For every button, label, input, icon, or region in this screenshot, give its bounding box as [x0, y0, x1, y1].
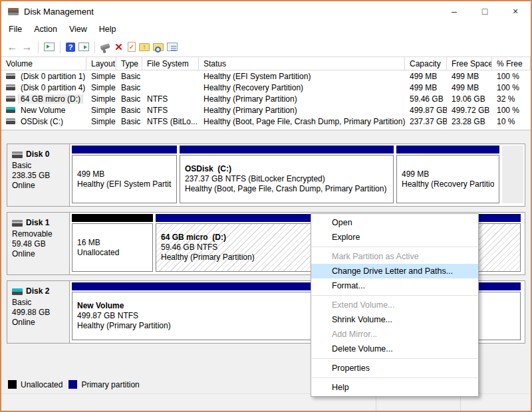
menu-bar: FileActionViewHelp	[1, 21, 531, 37]
pct-free-cell: 100 %	[492, 72, 531, 81]
partition-body[interactable]: 499 MBHealthy (Recovery Partition)	[396, 155, 499, 203]
pct-free-cell: 10 %	[492, 117, 531, 126]
volume-icon	[6, 73, 15, 79]
legend-swatch	[8, 380, 17, 389]
table-row[interactable]: OSDisk (C:)SimpleBasicNTFS (BitLo...Heal…	[1, 116, 531, 127]
partition[interactable]: 16 MBUnallocated	[72, 214, 153, 272]
legend-swatch	[68, 380, 77, 389]
check-document-icon[interactable]: ✓	[128, 42, 136, 52]
disk-partitions: 499 MBHealthy (EFI System Partition)OSDi…	[70, 144, 525, 206]
disk-label[interactable]: Disk 0Basic238.35 GBOnline	[7, 144, 70, 206]
context-menu-item-properties[interactable]: Properties	[311, 361, 478, 375]
menu-separator	[312, 295, 477, 296]
menu-help[interactable]: Help	[93, 23, 122, 36]
volume-icon	[6, 96, 15, 102]
column-header-type[interactable]: Type	[116, 57, 142, 70]
table-row[interactable]: (Disk 0 partition 4)SimpleBasicHealthy (…	[1, 82, 531, 93]
partition-title: OSDisk (C:)	[185, 164, 388, 174]
file-system-cell: NTFS	[142, 106, 199, 115]
column-header-free-space[interactable]: Free Space	[447, 57, 492, 70]
disk-name: Disk 2	[12, 286, 66, 296]
delete-icon[interactable]: ✕	[113, 41, 124, 52]
console-window-icon[interactable]	[44, 43, 55, 51]
context-menu-item-help[interactable]: Help	[311, 380, 478, 395]
context-menu-item-change-drive-letter-and-paths[interactable]: Change Drive Letter and Paths...	[311, 264, 478, 278]
partition-body[interactable]: 499 MBHealthy (EFI System Partition)	[72, 155, 177, 203]
context-menu-item-mark-partition-as-active: Mark Partition as Active	[311, 249, 478, 264]
help-icon[interactable]: ?	[66, 43, 75, 52]
toolbar: ←→?✕✓↑	[1, 37, 531, 57]
table-row[interactable]: (Disk 0 partition 1)SimpleBasicHealthy (…	[1, 70, 531, 82]
legend-label: Primary partition	[81, 380, 139, 389]
minimize-icon[interactable]: –	[439, 1, 469, 21]
column-header-capacity[interactable]: Capacity	[405, 57, 447, 70]
volume-table: VolumeLayoutTypeFile SystemStatusCapacit…	[1, 57, 531, 130]
volume-cell: 64 GB micro (D:)	[1, 94, 86, 104]
partition[interactable]: 499 MBHealthy (Recovery Partition)	[396, 146, 499, 203]
menu-file[interactable]: File	[3, 23, 28, 36]
menu-action[interactable]: Action	[28, 23, 63, 36]
pointer-tool-icon[interactable]	[100, 43, 110, 51]
disk-size: 499.88 GB	[12, 308, 66, 318]
volume-name: (Disk 0 partition 4)	[19, 83, 86, 92]
legend-label: Unallocated	[21, 380, 63, 389]
volume-cell: (Disk 0 partition 1)	[1, 72, 86, 81]
volume-name: 64 GB micro (D:)	[19, 94, 82, 104]
status-cell: Healthy (EFI System Partition)	[199, 72, 405, 81]
back-icon[interactable]: ←	[7, 41, 18, 52]
free-space-cell: 499.72 GB	[447, 106, 492, 115]
partition-line: Healthy (EFI System Partition)	[77, 179, 172, 189]
pct-free-cell: 100 %	[492, 106, 531, 115]
toolbar-separator	[38, 41, 39, 53]
column-header-status[interactable]: Status	[199, 57, 405, 70]
column-header-volume[interactable]: Volume	[1, 57, 86, 70]
column-header-file-system[interactable]: File System	[142, 57, 199, 70]
volume-icon	[6, 118, 15, 124]
disk-size: 59.48 GB	[12, 239, 66, 249]
disk-management-window: { "window": { "title": "Disk Management"…	[0, 0, 532, 412]
volume-name: OSDisk (C:)	[19, 117, 65, 126]
context-menu-item-shrink-volume[interactable]: Shrink Volume...	[311, 312, 478, 327]
layout-cell: Simple	[86, 72, 116, 81]
disk-label[interactable]: Disk 1Removable59.48 GBOnline	[7, 213, 70, 274]
context-menu-item-open[interactable]: Open	[311, 215, 478, 230]
disk-size: 238.35 GB	[12, 171, 66, 181]
legend-item: Unallocated	[8, 380, 63, 389]
context-menu-item-format[interactable]: Format...	[311, 278, 478, 293]
folder-up-icon[interactable]: ↑	[139, 43, 150, 51]
forward-icon[interactable]: →	[21, 41, 33, 52]
partition-filler	[502, 146, 523, 203]
disk-name: Disk 1	[12, 218, 66, 228]
context-menu-item-explore[interactable]: Explore	[311, 230, 478, 245]
type-cell: Basic	[116, 106, 142, 115]
checklist-icon[interactable]	[167, 43, 178, 51]
partition-line: Unallocated	[77, 248, 148, 258]
close-icon[interactable]: ×	[500, 1, 531, 21]
volume-table-body: (Disk 0 partition 1)SimpleBasicHealthy (…	[1, 70, 531, 127]
pct-free-cell: 100 %	[492, 83, 531, 92]
partition-body[interactable]: 16 MBUnallocated	[72, 223, 153, 272]
partition-line: 237.37 GB NTFS (BitLocker Encrypted)	[185, 174, 388, 184]
column-header--free[interactable]: % Free	[492, 57, 531, 70]
type-cell: Basic	[116, 83, 142, 92]
splitter[interactable]	[1, 130, 531, 140]
maximize-icon[interactable]: □	[469, 1, 500, 21]
table-row[interactable]: New VolumeSimpleBasicNTFSHealthy (Primar…	[1, 104, 531, 116]
partition-body[interactable]: OSDisk (C:)237.37 GB NTFS (BitLocker Enc…	[180, 155, 394, 203]
console-run-icon[interactable]	[78, 43, 89, 51]
partition-color-band	[180, 146, 394, 154]
menu-view[interactable]: View	[63, 23, 93, 36]
disk-label[interactable]: Disk 2Basic499.88 GBOnline	[7, 281, 70, 343]
partition[interactable]: 499 MBHealthy (EFI System Partition)	[72, 146, 177, 203]
folder-search-icon[interactable]	[153, 43, 164, 51]
volume-name: New Volume	[19, 106, 67, 115]
status-cell: Healthy (Recovery Partition)	[199, 83, 405, 92]
free-space-cell: 499 MB	[447, 83, 492, 92]
capacity-cell: 499 MB	[405, 83, 447, 92]
context-menu-item-delete-volume[interactable]: Delete Volume...	[311, 342, 478, 356]
partition[interactable]: OSDisk (C:)237.37 GB NTFS (BitLocker Enc…	[180, 146, 394, 203]
disk-state: Online	[12, 181, 66, 191]
partition-line: Healthy (Boot, Page File, Crash Dump, Pr…	[185, 184, 388, 194]
column-header-layout[interactable]: Layout	[86, 57, 116, 70]
table-row[interactable]: 64 GB micro (D:)SimpleBasicNTFSHealthy (…	[1, 93, 531, 104]
